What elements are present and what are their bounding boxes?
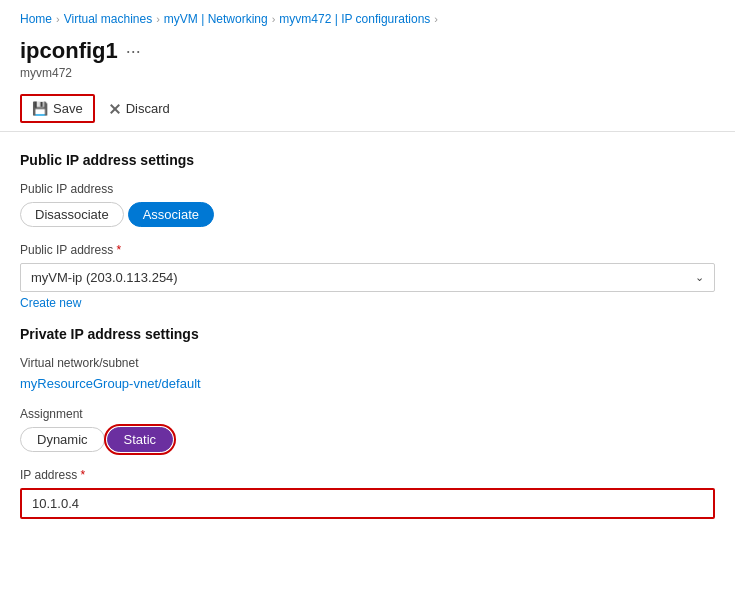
toolbar: 💾 Save Discard bbox=[0, 86, 735, 132]
vnet-field-group: Virtual network/subnet myResourceGroup-v… bbox=[20, 356, 715, 391]
discard-label: Discard bbox=[126, 101, 170, 116]
associate-button[interactable]: Associate bbox=[128, 202, 214, 227]
disassociate-button[interactable]: Disassociate bbox=[20, 202, 124, 227]
static-button[interactable]: Static bbox=[107, 427, 174, 452]
page-header: ipconfig1 ··· myvm472 bbox=[0, 34, 735, 86]
breadcrumb: Home › Virtual machines › myVM | Network… bbox=[0, 0, 735, 34]
breadcrumb-sep-4: › bbox=[434, 13, 438, 25]
public-ip-label: Public IP address bbox=[20, 182, 715, 196]
dynamic-button[interactable]: Dynamic bbox=[20, 427, 105, 452]
public-ip-toggle-group: Disassociate Associate bbox=[20, 202, 715, 227]
vnet-label: Virtual network/subnet bbox=[20, 356, 715, 370]
vnet-link[interactable]: myResourceGroup-vnet/default bbox=[20, 376, 201, 391]
required-marker-public: * bbox=[117, 243, 122, 257]
assignment-label: Assignment bbox=[20, 407, 715, 421]
create-new-link[interactable]: Create new bbox=[20, 296, 81, 310]
public-ip-address-label: Public IP address * bbox=[20, 243, 715, 257]
save-label: Save bbox=[53, 101, 83, 116]
breadcrumb-home[interactable]: Home bbox=[20, 12, 52, 26]
save-button[interactable]: 💾 Save bbox=[20, 94, 95, 123]
ip-input-wrapper bbox=[20, 488, 715, 519]
save-icon: 💾 bbox=[32, 101, 48, 116]
breadcrumb-sep-1: › bbox=[56, 13, 60, 25]
ip-address-label: IP address * bbox=[20, 468, 715, 482]
breadcrumb-sep-3: › bbox=[272, 13, 276, 25]
ellipsis-menu[interactable]: ··· bbox=[126, 41, 141, 62]
breadcrumb-ip-configurations[interactable]: myvm472 | IP configurations bbox=[279, 12, 430, 26]
ip-address-input[interactable] bbox=[20, 488, 715, 519]
breadcrumb-networking[interactable]: myVM | Networking bbox=[164, 12, 268, 26]
breadcrumb-sep-2: › bbox=[156, 13, 160, 25]
public-ip-dropdown[interactable]: myVM-ip (203.0.113.254) ⌄ bbox=[20, 263, 715, 292]
public-ip-address-field-group: Public IP address * myVM-ip (203.0.113.2… bbox=[20, 243, 715, 310]
required-marker-ip: * bbox=[81, 468, 86, 482]
breadcrumb-virtual-machines[interactable]: Virtual machines bbox=[64, 12, 153, 26]
page-subtitle: myvm472 bbox=[20, 66, 715, 80]
content-area: Public IP address settings Public IP add… bbox=[0, 132, 735, 551]
discard-button[interactable]: Discard bbox=[99, 96, 180, 121]
assignment-toggle-group: Dynamic Static bbox=[20, 427, 715, 452]
public-ip-dropdown-value: myVM-ip (203.0.113.254) bbox=[31, 270, 178, 285]
public-ip-section-title: Public IP address settings bbox=[20, 152, 715, 168]
chevron-down-icon: ⌄ bbox=[695, 271, 704, 284]
public-ip-field-group: Public IP address Disassociate Associate bbox=[20, 182, 715, 227]
page-title-text: ipconfig1 bbox=[20, 38, 118, 64]
private-ip-section-title: Private IP address settings bbox=[20, 326, 715, 342]
assignment-field-group: Assignment Dynamic Static bbox=[20, 407, 715, 452]
discard-icon bbox=[109, 103, 121, 115]
ip-address-field-group: IP address * bbox=[20, 468, 715, 519]
